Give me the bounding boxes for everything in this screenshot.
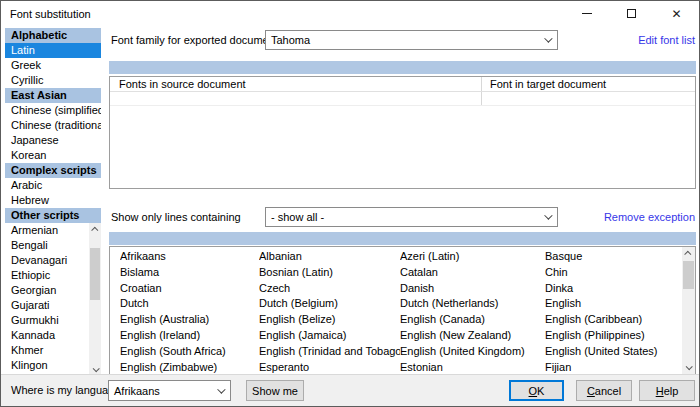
remove-exception-link[interactable]: Remove exception <box>604 211 695 223</box>
list-item[interactable]: English (United Kingdom) <box>400 344 545 360</box>
scroll-down-icon[interactable] <box>682 361 695 374</box>
list-item[interactable]: Basque <box>545 249 682 265</box>
list-item[interactable]: Dutch <box>120 296 259 312</box>
sidebar-item-khmer[interactable]: Khmer <box>5 343 89 358</box>
sidebar-item-hebrew[interactable]: Hebrew <box>5 193 101 208</box>
script-sidebar: Alphabetic Latin Greek Cyrillic East Asi… <box>5 28 101 376</box>
list-item[interactable]: English (Belize) <box>259 312 400 328</box>
language-scrollbar-track[interactable] <box>682 260 695 361</box>
show-me-button[interactable]: Show me <box>246 380 304 401</box>
list-item[interactable]: English (Trinidad and Tobago) <box>259 344 400 360</box>
font-family-combobox[interactable]: Tahoma <box>265 30 558 50</box>
fonts-substitution-table: Fonts in source document Font in target … <box>109 76 696 189</box>
list-item[interactable]: Bosnian (Latin) <box>259 265 400 281</box>
ok-button[interactable]: OK <box>509 380 564 401</box>
list-item[interactable]: Albanian <box>259 249 400 265</box>
list-item[interactable]: English (Zimbabwe) <box>120 360 259 374</box>
list-item[interactable]: English (Philippines) <box>545 328 682 344</box>
list-item[interactable]: Dutch (Belgium) <box>259 296 400 312</box>
list-item[interactable]: Dinka <box>545 281 682 297</box>
list-item[interactable]: English <box>545 296 682 312</box>
sidebar-header-other-scripts: Other scripts <box>5 208 101 223</box>
sidebar-header-east-asian: East Asian <box>5 88 101 103</box>
sidebar-item-cyrillic[interactable]: Cyrillic <box>5 73 101 88</box>
font-family-value: Tahoma <box>271 34 310 46</box>
list-item[interactable]: Estonian <box>400 360 545 374</box>
language-list: Afrikaans Albanian Azeri (Latin) Basque … <box>109 246 696 375</box>
sidebar-scrollbar-track[interactable] <box>89 236 101 363</box>
sidebar-item-devanagari[interactable]: Devanagari <box>5 253 89 268</box>
sidebar-item-ethiopic[interactable]: Ethiopic <box>5 268 89 283</box>
list-item[interactable]: English (Jamaica) <box>259 328 400 344</box>
sidebar-item-greek[interactable]: Greek <box>5 58 101 73</box>
sidebar-item-arabic[interactable]: Arabic <box>5 178 101 193</box>
list-item[interactable]: English (Australia) <box>120 312 259 328</box>
help-button[interactable]: Help <box>639 380 695 401</box>
sidebar-item-georgian[interactable]: Georgian <box>5 283 89 298</box>
list-item[interactable]: English (Caribbean) <box>545 312 682 328</box>
fonts-table-header-row: Fonts in source document Font in target … <box>110 77 695 92</box>
filter-value: - show all - <box>271 211 324 223</box>
language-lookup-value: Afrikaans <box>114 385 160 397</box>
font-substitution-dialog: Font substitution ✕ Alphabetic Latin Gre… <box>0 0 700 407</box>
scroll-up-icon[interactable] <box>89 223 101 236</box>
font-family-label: Font family for exported documents <box>111 34 283 46</box>
sidebar-scroll-area: Armenian Bengali Devanagari Ethiopic Geo… <box>5 223 101 376</box>
sidebar-item-bengali[interactable]: Bengali <box>5 238 89 253</box>
sidebar-item-gujarati[interactable]: Gujarati <box>5 298 89 313</box>
list-item[interactable]: Esperanto <box>259 360 400 374</box>
sidebar-item-chinese-traditional[interactable]: Chinese (traditional) <box>5 118 101 133</box>
sidebar-scrollbar-thumb[interactable] <box>90 248 100 300</box>
sidebar-item-gurmukhi[interactable]: Gurmukhi <box>5 313 89 328</box>
list-item[interactable]: Czech <box>259 281 400 297</box>
column-header-target-font: Font in target document <box>482 77 695 91</box>
sidebar-scroll-items: Armenian Bengali Devanagari Ethiopic Geo… <box>5 223 89 376</box>
sidebar-item-korean[interactable]: Korean <box>5 148 101 163</box>
list-item[interactable]: Dutch (Netherlands) <box>400 296 545 312</box>
chevron-down-icon <box>544 211 552 219</box>
list-item[interactable]: English (South Africa) <box>120 344 259 360</box>
sidebar-item-armenian[interactable]: Armenian <box>5 223 89 238</box>
filter-combobox[interactable]: - show all - <box>265 207 558 227</box>
edit-font-list-link[interactable]: Edit font list <box>638 34 695 46</box>
chevron-down-icon <box>217 385 225 393</box>
language-lookup-combobox[interactable]: Afrikaans <box>108 380 231 401</box>
list-item[interactable]: Bislama <box>120 265 259 281</box>
sidebar-header-complex-scripts: Complex scripts <box>5 163 101 178</box>
sidebar-item-japanese[interactable]: Japanese <box>5 133 101 148</box>
main-panel: Font family for exported documents Tahom… <box>109 1 696 374</box>
list-item[interactable]: Danish <box>400 281 545 297</box>
sidebar-item-kannada[interactable]: Kannada <box>5 328 89 343</box>
column-header-source-font: Fonts in source document <box>110 77 482 91</box>
list-item[interactable]: English (Canada) <box>400 312 545 328</box>
footer-bar: Where is my language? Afrikaans Show me … <box>1 374 699 406</box>
list-item[interactable]: English (New Zealand) <box>400 328 545 344</box>
list-item[interactable]: Fijian <box>545 360 682 374</box>
fonts-table-empty-row <box>110 92 695 106</box>
language-scrollbar-thumb[interactable] <box>683 261 694 289</box>
language-list-scrollbar[interactable] <box>682 247 695 374</box>
sidebar-header-alphabetic: Alphabetic <box>5 28 101 43</box>
chevron-down-icon <box>544 34 552 42</box>
list-item[interactable]: Catalan <box>400 265 545 281</box>
window-title: Font substitution <box>1 8 91 20</box>
cancel-button[interactable]: Cancel <box>576 380 632 401</box>
fonts-table-top-band <box>109 61 696 74</box>
scroll-up-icon[interactable] <box>682 247 695 260</box>
list-item[interactable]: Afrikaans <box>120 249 259 265</box>
language-grid: Afrikaans Albanian Azeri (Latin) Basque … <box>110 247 682 374</box>
filter-label: Show only lines containing <box>111 211 241 223</box>
sidebar-item-latin[interactable]: Latin <box>5 43 101 58</box>
list-item[interactable]: Chin <box>545 265 682 281</box>
sidebar-item-chinese-simplified[interactable]: Chinese (simplified) <box>5 103 101 118</box>
list-item[interactable]: Croatian <box>120 281 259 297</box>
list-item[interactable]: English (Ireland) <box>120 328 259 344</box>
list-item[interactable]: English (United States) <box>545 344 682 360</box>
language-list-top-band <box>109 232 696 245</box>
sidebar-item-klingon[interactable]: Klingon <box>5 358 89 373</box>
sidebar-scrollbar[interactable] <box>89 223 101 376</box>
list-item[interactable]: Azeri (Latin) <box>400 249 545 265</box>
